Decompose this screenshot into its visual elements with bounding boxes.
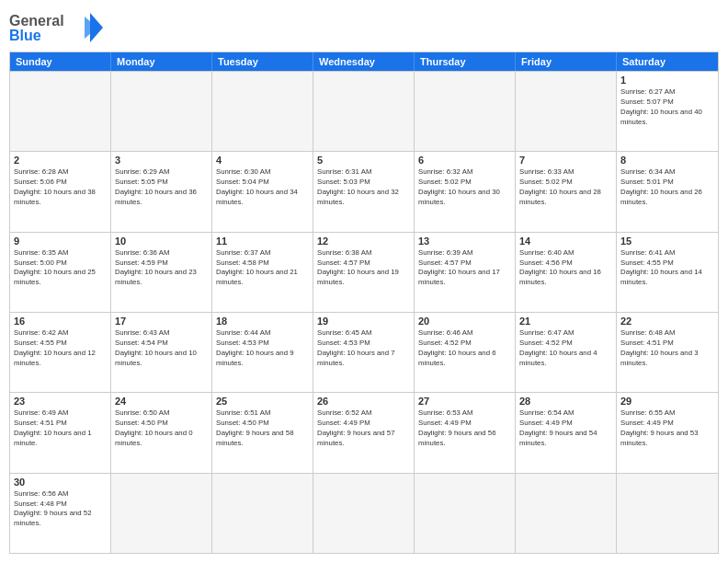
day-number: 28: [519, 396, 612, 407]
day-sun-info: Sunrise: 6:31 AMSunset: 5:03 PMDaylight:…: [317, 167, 410, 208]
calendar-cell: 3Sunrise: 6:29 AMSunset: 5:05 PMDaylight…: [111, 152, 212, 231]
day-sun-info: Sunrise: 6:28 AMSunset: 5:06 PMDaylight:…: [14, 167, 107, 208]
calendar-cell: 18Sunrise: 6:44 AMSunset: 4:53 PMDayligh…: [212, 313, 313, 392]
day-number: 20: [418, 316, 511, 327]
calendar-cell: 8Sunrise: 6:34 AMSunset: 5:01 PMDaylight…: [617, 152, 718, 231]
day-sun-info: Sunrise: 6:56 AMSunset: 4:48 PMDaylight:…: [14, 489, 107, 530]
calendar-row: 9Sunrise: 6:35 AMSunset: 5:00 PMDaylight…: [10, 232, 718, 312]
calendar-cell: 4Sunrise: 6:30 AMSunset: 5:04 PMDaylight…: [212, 152, 313, 231]
day-number: 9: [14, 236, 107, 247]
day-number: 3: [115, 155, 208, 166]
day-sun-info: Sunrise: 6:53 AMSunset: 4:49 PMDaylight:…: [418, 408, 511, 449]
day-number: 30: [14, 477, 107, 488]
calendar-cell: 2Sunrise: 6:28 AMSunset: 5:06 PMDaylight…: [10, 152, 111, 231]
day-sun-info: Sunrise: 6:54 AMSunset: 4:49 PMDaylight:…: [519, 408, 612, 449]
day-sun-info: Sunrise: 6:51 AMSunset: 4:50 PMDaylight:…: [216, 408, 309, 449]
calendar-cell: [313, 474, 415, 553]
day-number: 8: [620, 155, 714, 166]
day-sun-info: Sunrise: 6:43 AMSunset: 4:54 PMDaylight:…: [115, 328, 208, 369]
day-number: 22: [620, 316, 714, 327]
calendar-row: 1Sunrise: 6:27 AMSunset: 5:07 PMDaylight…: [10, 71, 718, 151]
day-sun-info: Sunrise: 6:38 AMSunset: 4:57 PMDaylight:…: [317, 248, 410, 289]
day-number: 5: [317, 155, 410, 166]
calendar-row: 2Sunrise: 6:28 AMSunset: 5:06 PMDaylight…: [10, 151, 718, 231]
weekday-header: Tuesday: [212, 52, 313, 71]
day-sun-info: Sunrise: 6:45 AMSunset: 4:53 PMDaylight:…: [317, 328, 410, 369]
day-sun-info: Sunrise: 6:46 AMSunset: 4:52 PMDaylight:…: [418, 328, 511, 369]
day-sun-info: Sunrise: 6:35 AMSunset: 5:00 PMDaylight:…: [14, 248, 107, 289]
calendar-cell: 6Sunrise: 6:32 AMSunset: 5:02 PMDaylight…: [415, 152, 516, 231]
calendar-row: 23Sunrise: 6:49 AMSunset: 4:51 PMDayligh…: [10, 392, 718, 472]
page-header: GeneralBlue: [9, 9, 719, 46]
calendar-cell: 5Sunrise: 6:31 AMSunset: 5:03 PMDaylight…: [313, 152, 415, 231]
calendar-cell: 26Sunrise: 6:52 AMSunset: 4:49 PMDayligh…: [313, 393, 415, 472]
day-number: 7: [519, 155, 612, 166]
day-number: 18: [216, 316, 309, 327]
svg-marker-3: [90, 13, 103, 42]
calendar-cell: 25Sunrise: 6:51 AMSunset: 4:50 PMDayligh…: [212, 393, 313, 472]
day-sun-info: Sunrise: 6:52 AMSunset: 4:49 PMDaylight:…: [317, 408, 410, 449]
day-sun-info: Sunrise: 6:44 AMSunset: 4:53 PMDaylight:…: [216, 328, 309, 369]
day-number: 24: [115, 396, 208, 407]
day-number: 29: [620, 396, 714, 407]
calendar-cell: [111, 72, 212, 151]
day-sun-info: Sunrise: 6:55 AMSunset: 4:49 PMDaylight:…: [620, 408, 714, 449]
day-number: 19: [317, 316, 410, 327]
calendar-cell: [212, 72, 313, 151]
day-number: 10: [115, 236, 208, 247]
calendar-cell: [415, 72, 516, 151]
day-sun-info: Sunrise: 6:39 AMSunset: 4:57 PMDaylight:…: [418, 248, 511, 289]
calendar-cell: 21Sunrise: 6:47 AMSunset: 4:52 PMDayligh…: [516, 313, 617, 392]
day-sun-info: Sunrise: 6:48 AMSunset: 4:51 PMDaylight:…: [620, 328, 714, 369]
day-number: 13: [418, 236, 511, 247]
day-number: 25: [216, 396, 309, 407]
calendar-cell: [415, 474, 516, 553]
calendar: SundayMondayTuesdayWednesdayThursdayFrid…: [9, 52, 719, 554]
day-number: 23: [14, 396, 107, 407]
calendar-row: 30Sunrise: 6:56 AMSunset: 4:48 PMDayligh…: [10, 473, 718, 553]
calendar-cell: [516, 474, 617, 553]
day-number: 21: [519, 316, 612, 327]
calendar-cell: 19Sunrise: 6:45 AMSunset: 4:53 PMDayligh…: [313, 313, 415, 392]
day-number: 26: [317, 396, 410, 407]
weekday-header: Friday: [516, 52, 617, 71]
day-number: 2: [14, 155, 107, 166]
calendar-header: SundayMondayTuesdayWednesdayThursdayFrid…: [10, 52, 718, 71]
calendar-cell: [617, 474, 718, 553]
calendar-cell: [212, 474, 313, 553]
day-number: 17: [115, 316, 208, 327]
logo-svg: GeneralBlue: [9, 9, 110, 46]
day-number: 12: [317, 236, 410, 247]
calendar-cell: 24Sunrise: 6:50 AMSunset: 4:50 PMDayligh…: [111, 393, 212, 472]
day-number: 6: [418, 155, 511, 166]
day-number: 15: [620, 236, 714, 247]
calendar-cell: [313, 72, 415, 151]
calendar-cell: 12Sunrise: 6:38 AMSunset: 4:57 PMDayligh…: [313, 233, 415, 312]
calendar-cell: 11Sunrise: 6:37 AMSunset: 4:58 PMDayligh…: [212, 233, 313, 312]
calendar-body: 1Sunrise: 6:27 AMSunset: 5:07 PMDaylight…: [10, 71, 718, 553]
day-sun-info: Sunrise: 6:34 AMSunset: 5:01 PMDaylight:…: [620, 167, 714, 208]
day-number: 11: [216, 236, 309, 247]
calendar-cell: 15Sunrise: 6:41 AMSunset: 4:55 PMDayligh…: [617, 233, 718, 312]
weekday-header: Monday: [111, 52, 212, 71]
day-number: 1: [620, 75, 714, 86]
weekday-header: Saturday: [617, 52, 718, 71]
calendar-cell: 17Sunrise: 6:43 AMSunset: 4:54 PMDayligh…: [111, 313, 212, 392]
day-sun-info: Sunrise: 6:41 AMSunset: 4:55 PMDaylight:…: [620, 248, 714, 289]
calendar-cell: 27Sunrise: 6:53 AMSunset: 4:49 PMDayligh…: [415, 393, 516, 472]
calendar-cell: 14Sunrise: 6:40 AMSunset: 4:56 PMDayligh…: [516, 233, 617, 312]
weekday-header: Thursday: [415, 52, 516, 71]
calendar-cell: 29Sunrise: 6:55 AMSunset: 4:49 PMDayligh…: [617, 393, 718, 472]
day-sun-info: Sunrise: 6:33 AMSunset: 5:02 PMDaylight:…: [519, 167, 612, 208]
svg-text:Blue: Blue: [9, 28, 41, 43]
day-sun-info: Sunrise: 6:30 AMSunset: 5:04 PMDaylight:…: [216, 167, 309, 208]
calendar-cell: 30Sunrise: 6:56 AMSunset: 4:48 PMDayligh…: [10, 474, 111, 553]
calendar-cell: 13Sunrise: 6:39 AMSunset: 4:57 PMDayligh…: [415, 233, 516, 312]
day-sun-info: Sunrise: 6:36 AMSunset: 4:59 PMDaylight:…: [115, 248, 208, 289]
calendar-cell: [111, 474, 212, 553]
weekday-header: Wednesday: [313, 52, 415, 71]
day-sun-info: Sunrise: 6:29 AMSunset: 5:05 PMDaylight:…: [115, 167, 208, 208]
calendar-cell: 9Sunrise: 6:35 AMSunset: 5:00 PMDaylight…: [10, 233, 111, 312]
day-number: 4: [216, 155, 309, 166]
calendar-cell: 16Sunrise: 6:42 AMSunset: 4:55 PMDayligh…: [10, 313, 111, 392]
